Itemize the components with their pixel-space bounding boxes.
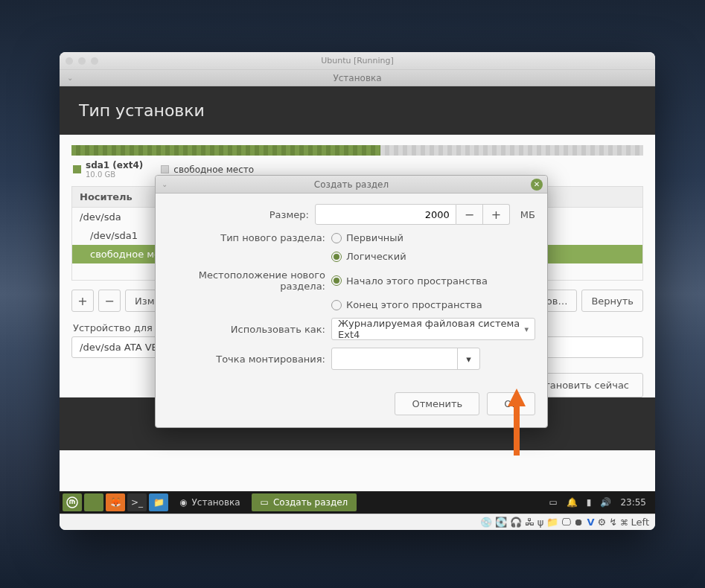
- partition-bar[interactable]: [71, 145, 643, 156]
- partition-segment-free[interactable]: [380, 145, 643, 156]
- partition-size: 10.0 GB: [86, 170, 143, 179]
- decrement-button[interactable]: −: [456, 204, 483, 225]
- create-partition-dialog: ⌄ Создать раздел ✕ Размер: − + МБ Тип но…: [155, 175, 548, 428]
- mount-point-label: Точка монтирования:: [168, 354, 325, 365]
- vm-traffic-lights[interactable]: [66, 57, 98, 65]
- terminal-icon[interactable]: >_: [127, 493, 147, 511]
- vb-shared-folder-icon[interactable]: 📁: [546, 517, 558, 528]
- taskbar-app-create-partition[interactable]: ▭ Создать раздел: [252, 493, 357, 511]
- disc-icon: ◉: [179, 497, 187, 508]
- type-label: Тип нового раздела:: [168, 232, 325, 243]
- vm-window: Ubuntu [Running] ⌄ Установка Тип установ…: [60, 52, 655, 530]
- dialog-title: Создать раздел: [314, 179, 389, 190]
- dropdown-icon[interactable]: ▾: [457, 348, 479, 369]
- vm-titlebar[interactable]: Ubuntu [Running]: [60, 52, 655, 70]
- tray-volume-icon[interactable]: 🔊: [600, 497, 611, 508]
- installer-titlebar[interactable]: ⌄ Установка: [60, 70, 655, 86]
- radio-end[interactable]: Конец этого пространства: [331, 299, 482, 310]
- vb-optical-icon[interactable]: 💽: [495, 517, 507, 528]
- radio-begin[interactable]: Начало этого пространства: [331, 275, 488, 287]
- size-input[interactable]: [315, 204, 456, 225]
- partition-label-sda1: sda1 (ext4) 10.0 GB: [73, 160, 143, 179]
- increment-button[interactable]: +: [483, 204, 510, 225]
- vb-cpu-icon[interactable]: ⚙: [597, 517, 606, 528]
- minimize-icon[interactable]: [78, 57, 86, 65]
- chevron-down-icon[interactable]: ⌄: [67, 74, 73, 82]
- firefox-icon[interactable]: 🦊: [106, 493, 125, 511]
- close-icon[interactable]: [66, 57, 73, 65]
- color-swatch-icon: [161, 165, 169, 173]
- taskbar-label: Создать раздел: [273, 497, 348, 508]
- vb-display-icon[interactable]: 🖵: [561, 517, 571, 528]
- vb-usb-icon[interactable]: ψ: [537, 517, 544, 528]
- remove-button[interactable]: −: [98, 290, 121, 312]
- chevron-down-icon[interactable]: ⌄: [162, 180, 168, 188]
- taskbar-app-installer[interactable]: ◉ Установка: [170, 493, 249, 511]
- radio-logical[interactable]: Логический: [331, 251, 406, 262]
- show-desktop-icon[interactable]: [84, 493, 103, 511]
- taskbar[interactable]: 🦊 >_ 📁 ◉ Установка ▭ Создать раздел ▭ 🔔 …: [60, 491, 655, 514]
- dialog-titlebar[interactable]: ⌄ Создать раздел ✕: [156, 176, 547, 194]
- vb-network-icon[interactable]: 🖧: [525, 517, 535, 528]
- zoom-icon[interactable]: [91, 57, 98, 65]
- partition-name: свободное место: [173, 164, 254, 175]
- location-label: Местоположение нового раздела:: [168, 269, 325, 292]
- tray-notification-icon[interactable]: 🔔: [567, 497, 578, 508]
- page-title: Тип установки: [60, 86, 655, 135]
- files-icon[interactable]: 📁: [149, 493, 168, 511]
- tray-clock[interactable]: 23:55: [620, 497, 646, 508]
- vb-audio-icon[interactable]: 🎧: [510, 517, 522, 528]
- add-button[interactable]: +: [71, 290, 94, 312]
- window-icon: ▭: [261, 497, 269, 508]
- vb-disk-icon[interactable]: 💿: [480, 517, 492, 528]
- vm-host-statusbar[interactable]: 💿 💽 🎧 🖧 ψ 📁 🖵 ⏺ V ⚙ ↯ ⌘ Left: [60, 514, 655, 530]
- dropdown-icon: ▾: [524, 325, 529, 334]
- revert-button[interactable]: Вернуть: [581, 290, 643, 312]
- partition-segment-sda1[interactable]: [71, 145, 380, 156]
- ok-button[interactable]: OK: [487, 392, 535, 415]
- use-as-label: Использовать как:: [168, 324, 325, 335]
- size-label: Размер:: [168, 209, 309, 220]
- installer-window-title: Установка: [333, 73, 381, 83]
- mint-menu-icon[interactable]: [63, 493, 82, 511]
- cancel-button[interactable]: Отменить: [395, 392, 479, 415]
- taskbar-label: Установка: [191, 497, 240, 508]
- size-unit: МБ: [520, 209, 535, 220]
- tray-display-icon[interactable]: ▭: [549, 497, 557, 508]
- partition-name: sda1 (ext4): [86, 160, 143, 170]
- vb-mouse-icon[interactable]: ↯: [609, 517, 617, 528]
- tray-battery-icon[interactable]: ▮: [587, 497, 592, 508]
- close-icon[interactable]: ✕: [531, 179, 543, 191]
- vm-title: Ubuntu [Running]: [60, 56, 655, 65]
- use-as-value: Журналируемая файловая система Ext4: [338, 318, 529, 340]
- color-swatch-icon: [73, 165, 81, 173]
- vb-recording-icon[interactable]: ⏺: [574, 517, 584, 528]
- vb-host-key[interactable]: ⌘ Left: [620, 517, 649, 528]
- vb-vrde-icon[interactable]: V: [587, 517, 594, 528]
- radio-primary[interactable]: Первичный: [331, 232, 403, 243]
- size-spinbox: − +: [315, 204, 510, 225]
- mount-point-select[interactable]: ▾: [331, 348, 480, 370]
- use-as-select[interactable]: Журналируемая файловая система Ext4 ▾: [331, 318, 535, 340]
